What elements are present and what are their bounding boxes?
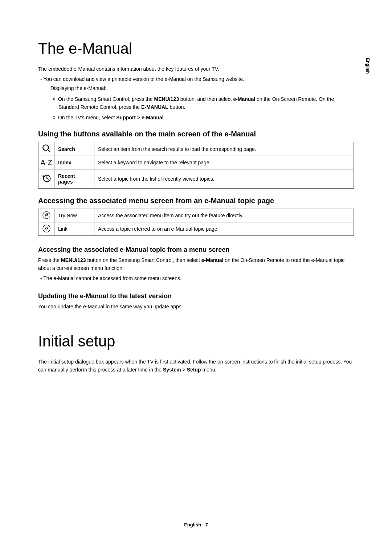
x-item-smart-control: On the Samsung Smart Control, press the … (38, 95, 354, 111)
subheading-topic-page: Accessing the associated menu screen fro… (38, 197, 354, 205)
recent-pages-icon (38, 169, 54, 189)
table-main-buttons: Search Select an item from the search re… (38, 142, 354, 189)
page-footer: English - 7 (0, 522, 392, 527)
table-row: Search Select an item from the search re… (38, 142, 354, 156)
from-menu-text: Press the MENU/123 button on the Samsung… (38, 256, 354, 272)
subheading-from-menu: Accessing the associated e-Manual topic … (38, 246, 354, 254)
index-label: Index (54, 156, 94, 169)
heading-initial-setup: Initial setup (38, 333, 354, 350)
table-row: Link Access a topic referred to on an e-… (38, 222, 354, 236)
dash-download-note: You can download and view a printable ve… (38, 75, 354, 83)
subheading-main-buttons: Using the buttons available on the main … (38, 130, 354, 138)
svg-point-5 (43, 225, 50, 232)
link-desc: Access a topic referred to on an e-Manua… (94, 222, 354, 236)
search-label: Search (54, 142, 94, 156)
table-row: Recent pages Select a topic from the lis… (38, 169, 354, 189)
heading-e-manual: The e-Manual (38, 40, 354, 57)
try-now-label: Try Now (54, 209, 94, 222)
table-row: A-Z Index Select a keyword to navigate t… (38, 156, 354, 169)
table-topic-page: Try Now Access the associated menu item … (38, 209, 354, 236)
intro-text: The embedded e-Manual contains informati… (38, 65, 354, 73)
recent-pages-desc: Select a topic from the list of recently… (94, 169, 354, 189)
recent-pages-label: Recent pages (54, 169, 94, 189)
displaying-subhead: Displaying the e-Manual: (38, 85, 354, 93)
initial-setup-text: The initial setup dialogue box appears w… (38, 358, 354, 374)
table-row: Try Now Access the associated menu item … (38, 209, 354, 222)
index-icon: A-Z (38, 156, 54, 169)
svg-line-1 (48, 149, 50, 152)
try-now-icon (38, 209, 54, 222)
side-language-label: English (365, 58, 370, 74)
search-desc: Select an item from the search results t… (94, 142, 354, 156)
x-item-tv-menu: On the TV's menu, select Support > e-Man… (38, 114, 354, 122)
try-now-desc: Access the associated menu item and try … (94, 209, 354, 222)
svg-point-0 (43, 145, 48, 150)
link-label: Link (54, 222, 94, 236)
link-icon (38, 222, 54, 236)
dash-cannot-access: The e-Manual cannot be accessed from som… (38, 275, 354, 283)
subheading-updating: Updating the e-Manual to the latest vers… (38, 292, 354, 300)
search-icon (38, 142, 54, 156)
index-desc: Select a keyword to navigate to the rele… (94, 156, 354, 169)
updating-text: You can update the e-Manual in the same … (38, 303, 354, 311)
